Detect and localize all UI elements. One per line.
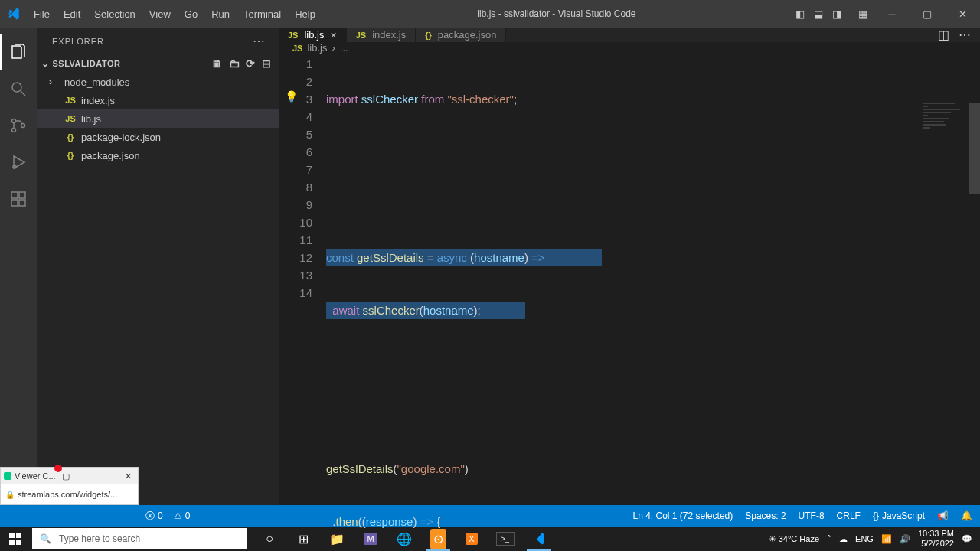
tray-language-icon[interactable]: ENG [855,534,874,543]
activity-run-debug-icon[interactable] [0,144,37,181]
title-bar: File Edit Selection View Go Run Terminal… [0,0,980,28]
tray-chevron-icon[interactable]: ˄ [827,534,831,544]
task-terminal-icon[interactable]: >_ [490,527,521,551]
tab-close-icon[interactable]: × [330,29,336,41]
editor-more-icon[interactable]: ⋯ [959,28,971,42]
warning-icon: ⚠ [174,510,182,521]
layout-panel-left-icon[interactable]: ◧ [792,5,808,22]
menu-edit[interactable]: Edit [57,4,87,24]
taskbar-search[interactable]: 🔍 Type here to search [32,528,247,549]
windows-taskbar: 🔍 Type here to search ○ ⊞ 📁 M 🌐 ⊙ X >_ ☀… [0,527,980,551]
tray-volume-icon[interactable]: 🔊 [900,534,910,544]
vscode-logo-icon [0,7,28,21]
layout-panel-right-icon[interactable]: ◨ [828,5,845,22]
folder-header[interactable]: ⌄ SSLVALIDATOR 🗎 🗀 ⟳ ⊟ [37,54,279,73]
menu-selection[interactable]: Selection [88,4,141,24]
menu-run[interactable]: Run [205,4,236,24]
status-cursor-position[interactable]: Ln 4, Col 1 (72 selected) [632,510,733,521]
menu-terminal[interactable]: Terminal [237,4,287,24]
status-encoding[interactable]: UTF-8 [799,510,825,521]
search-icon: 🔍 [40,533,51,544]
status-bar: ⓧ0 ⚠0 Ln 4, Col 1 (72 selected) Spaces: … [0,505,980,527]
error-icon: ⓧ [145,510,155,523]
menu-view[interactable]: View [143,4,177,24]
activity-explorer-icon[interactable] [0,34,37,70]
js-file-icon: JS [64,114,77,123]
chevron-right-icon: › [49,77,60,87]
task-file-explorer-icon[interactable]: 📁 [322,527,352,551]
status-eol[interactable]: CRLF [837,510,861,521]
split-editor-icon[interactable]: ◫ [938,28,949,42]
status-notifications-icon[interactable]: 🔔 [961,510,972,521]
svg-rect-12 [9,540,15,545]
status-spaces[interactable]: Spaces: 2 [745,510,786,521]
breadcrumb-file: lib.js [307,42,327,54]
svg-rect-7 [11,200,18,206]
tree-file-index-js[interactable]: JS index.js [37,91,279,109]
code-editor[interactable]: 💡 1234567891011121314 import sslChecker … [279,54,980,551]
lock-icon: 🔒 [5,491,15,499]
refresh-icon[interactable]: ⟳ [246,57,256,70]
browser-popup-window[interactable]: Viewer C... ▢ ✕ 🔒 streamlabs.com/widgets… [0,467,139,505]
svg-point-1 [12,119,16,123]
sidebar-more-icon[interactable]: ⋯ [253,34,266,48]
editor-area: JS lib.js × JS index.js {} package.json … [279,28,980,505]
activity-search-icon[interactable] [0,70,37,107]
layout-customize-icon[interactable]: ▦ [854,5,871,22]
layout-panel-bottom-icon[interactable]: ⬓ [810,5,827,22]
status-errors[interactable]: ⓧ0 [145,510,163,523]
tab-package-json[interactable]: {} package.json [416,28,506,42]
folder-name: SSLVALIDATOR [53,59,121,68]
svg-rect-11 [16,533,21,538]
tree-file-package-json[interactable]: {} package.json [37,146,279,165]
status-feedback-icon[interactable]: 📢 [937,510,949,521]
lightbulb-icon[interactable]: 💡 [285,90,298,103]
vertical-scrollbar[interactable] [969,103,980,194]
menu-file[interactable]: File [28,4,56,24]
breadcrumb-rest: ... [340,42,348,54]
collapse-icon[interactable]: ⊟ [262,57,272,70]
code-content[interactable]: import sslChecker from "ssl-checker"; co… [326,54,980,551]
task-chrome-icon[interactable]: 🌐 [389,527,420,551]
tree-file-package-lock[interactable]: {} package-lock.json [37,128,279,146]
tree-folder-node-modules[interactable]: › node_modules [37,73,279,91]
popup-url: streamlabs.com/widgets/... [18,490,117,499]
tab-lib-js[interactable]: JS lib.js × [279,28,347,42]
tab-label: lib.js [304,29,324,41]
new-file-icon[interactable]: 🗎 [211,57,223,70]
minimap[interactable] [923,103,969,133]
window-maximize-icon[interactable]: ▢ [910,0,945,28]
task-vscode-icon[interactable] [524,527,554,551]
menu-help[interactable]: Help [289,4,322,24]
new-folder-icon[interactable]: 🗀 [229,57,240,70]
editor-tabs: JS lib.js × JS index.js {} package.json … [279,28,980,42]
tray-notifications-icon[interactable]: 💬 [962,534,972,544]
menu-go[interactable]: Go [178,4,204,24]
tray-wifi-icon[interactable]: 📶 [881,534,892,544]
breadcrumb[interactable]: JS lib.js › ... [279,42,980,54]
task-app1-icon[interactable]: M [355,527,386,551]
json-file-icon: {} [64,132,77,142]
task-taskview-icon[interactable]: ⊞ [288,527,318,551]
task-app2-icon[interactable]: ⊙ [423,527,453,551]
window-close-icon[interactable]: ✕ [945,0,980,28]
task-xampp-icon[interactable]: X [456,527,487,551]
tray-weather[interactable]: ☀ 34°C Haze [769,534,819,544]
window-title: lib.js - sslvalidator - Visual Studio Co… [322,8,792,19]
sidebar-explorer: EXPLORER ⋯ ⌄ SSLVALIDATOR 🗎 🗀 ⟳ ⊟ › node… [37,28,279,505]
task-cortana-icon[interactable]: ○ [254,527,285,551]
tray-clock[interactable]: 10:33 PM 5/2/2022 [918,529,954,549]
svg-point-0 [12,83,21,92]
status-language[interactable]: {} JavaScript [873,510,925,521]
tab-index-js[interactable]: JS index.js [347,28,416,42]
window-minimize-icon[interactable]: ─ [874,0,910,28]
status-warnings[interactable]: ⚠0 [174,510,191,521]
start-button[interactable] [0,527,31,551]
activity-source-control-icon[interactable] [0,107,37,144]
tree-file-lib-js[interactable]: JS lib.js [37,109,279,128]
popup-close-icon[interactable]: ✕ [122,471,135,481]
popup-maximize-icon[interactable]: ▢ [59,471,73,481]
js-file-icon: JS [292,44,302,53]
tray-onedrive-icon[interactable]: ☁ [839,534,848,544]
activity-extensions-icon[interactable] [0,181,37,217]
